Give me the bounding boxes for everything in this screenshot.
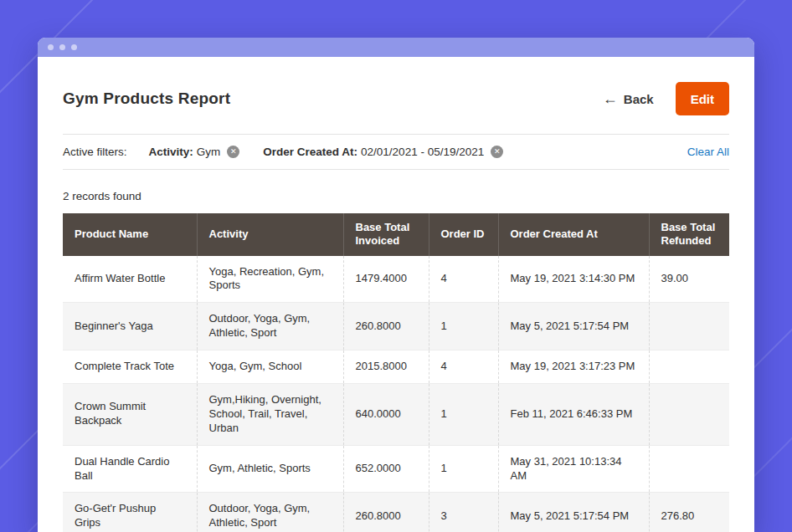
filter-chip-name: Order Created At: xyxy=(263,146,357,158)
back-label: Back xyxy=(624,92,654,106)
back-arrow-icon: ← xyxy=(603,91,618,106)
window-dot xyxy=(48,44,54,50)
table-cell: Gym, Athletic, Sports xyxy=(197,445,343,493)
remove-filter-icon[interactable]: ✕ xyxy=(491,146,503,158)
table-cell: 652.0000 xyxy=(343,445,429,493)
filter-chip-value: 02/01/2021 - 05/19/2021 xyxy=(361,146,484,158)
table-cell xyxy=(649,445,729,493)
window-titlebar xyxy=(38,38,754,57)
table-cell: 1 xyxy=(429,383,498,445)
table-cell: May 19, 2021 3:14:30 PM xyxy=(498,256,649,303)
table-cell: Feb 11, 2021 6:46:33 PM xyxy=(498,383,649,445)
active-filters-bar: Active filters: Activity:Gym✕Order Creat… xyxy=(63,134,729,170)
column-header: Base Total Refunded xyxy=(649,213,729,256)
page-header: Gym Products Report ← Back Edit xyxy=(63,82,729,115)
table-cell: 2015.8000 xyxy=(343,350,429,384)
table-cell: 4 xyxy=(429,256,498,303)
table-cell: 260.8000 xyxy=(343,493,429,532)
header-actions: ← Back Edit xyxy=(603,82,729,115)
table-cell: May 5, 2021 5:17:54 PM xyxy=(498,493,649,532)
table-cell: May 19, 2021 3:17:23 PM xyxy=(498,350,649,384)
table-cell: Outdoor, Yoga, Gym, Athletic, Sport xyxy=(197,493,343,532)
table-cell: Yoga, Recreation, Gym, Sports xyxy=(197,256,343,303)
filter-chip-name: Activity: xyxy=(149,146,193,158)
table-cell: Yoga, Gym, School xyxy=(197,350,343,384)
report-table: Product NameActivityBase Total InvoicedO… xyxy=(63,213,729,532)
filter-chip-value: Gym xyxy=(197,146,221,158)
table-body: Affirm Water BottleYoga, Recreation, Gym… xyxy=(63,256,729,532)
table-cell xyxy=(649,383,729,445)
table-cell: Go-Get'r Pushup Grips xyxy=(63,493,197,532)
app-window: Gym Products Report ← Back Edit Active f… xyxy=(38,38,754,532)
table-cell: 1 xyxy=(429,445,498,493)
table-row: Affirm Water BottleYoga, Recreation, Gym… xyxy=(63,256,729,303)
table-cell: Outdoor, Yoga, Gym, Athletic, Sport xyxy=(197,303,343,350)
column-header: Order ID xyxy=(429,213,498,256)
window-dot xyxy=(71,44,77,50)
table-cell: May 31, 2021 10:13:34 AM xyxy=(498,445,649,493)
table-cell xyxy=(649,303,729,350)
table-cell: 1 xyxy=(429,303,498,350)
filter-chip: Activity:Gym✕ xyxy=(149,146,240,158)
table-cell: 260.8000 xyxy=(343,303,429,350)
table-cell: 39.00 xyxy=(649,256,729,303)
column-header: Activity xyxy=(197,213,343,256)
active-filters-label: Active filters: xyxy=(63,146,127,158)
remove-filter-icon[interactable]: ✕ xyxy=(227,146,239,158)
window-dot xyxy=(59,44,65,50)
table-cell: 1479.4000 xyxy=(343,256,429,303)
records-found: 2 records found xyxy=(63,190,729,202)
table-row: Crown Summit BackpackGym,Hiking, Overnig… xyxy=(63,383,729,445)
table-cell: Gym,Hiking, Overnight, School, Trail, Tr… xyxy=(197,383,343,445)
page-title: Gym Products Report xyxy=(63,90,230,108)
table-cell xyxy=(649,350,729,384)
table-cell: Crown Summit Backpack xyxy=(63,383,197,445)
table-header-row: Product NameActivityBase Total InvoicedO… xyxy=(63,213,729,256)
back-button[interactable]: ← Back xyxy=(603,91,654,106)
table-cell: Affirm Water Bottle xyxy=(63,256,197,303)
table-row: Dual Handle Cardio BallGym, Athletic, Sp… xyxy=(63,445,729,493)
edit-button[interactable]: Edit xyxy=(676,82,729,115)
table-head: Product NameActivityBase Total InvoicedO… xyxy=(63,213,729,256)
table-cell: 3 xyxy=(429,493,498,532)
table-cell: May 5, 2021 5:17:54 PM xyxy=(498,303,649,350)
window-content: Gym Products Report ← Back Edit Active f… xyxy=(38,82,754,532)
table-cell: 640.0000 xyxy=(343,383,429,445)
table-row: Go-Get'r Pushup GripsOutdoor, Yoga, Gym,… xyxy=(63,493,729,532)
table-row: Complete Track ToteYoga, Gym, School2015… xyxy=(63,350,729,384)
column-header: Product Name xyxy=(63,213,197,256)
table-cell: Complete Track Tote xyxy=(63,350,197,384)
table-cell: Beginner's Yaga xyxy=(63,303,197,350)
filter-chips: Activity:Gym✕Order Created At:02/01/2021… xyxy=(149,146,504,158)
column-header: Order Created At xyxy=(498,213,649,256)
table-row: Beginner's YagaOutdoor, Yoga, Gym, Athle… xyxy=(63,303,729,350)
column-header: Base Total Invoiced xyxy=(343,213,429,256)
clear-all-link[interactable]: Clear All xyxy=(687,146,729,158)
filter-chip: Order Created At:02/01/2021 - 05/19/2021… xyxy=(263,146,503,158)
table-cell: 276.80 xyxy=(649,493,729,532)
table-cell: Dual Handle Cardio Ball xyxy=(63,445,197,493)
table-cell: 4 xyxy=(429,350,498,384)
